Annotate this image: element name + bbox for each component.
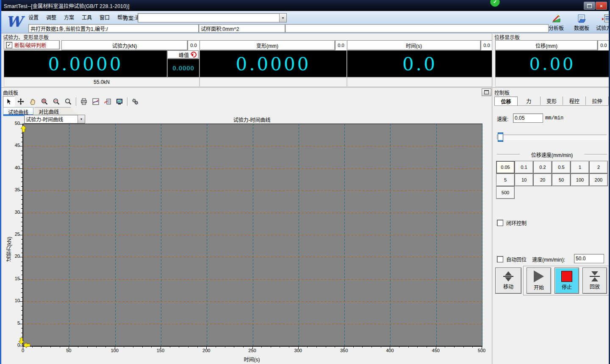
return-speed-label: 速度(mm/min): [532, 256, 565, 263]
playback-icon [590, 271, 600, 281]
fracture-check-row[interactable]: ✓ 断裂/破碎判断 [4, 40, 60, 50]
y-axis-label: 试验力(kN) [6, 211, 13, 262]
hand-icon [29, 98, 36, 105]
curve-toolbar [3, 96, 141, 107]
speed-slider-track[interactable] [497, 135, 607, 140]
return-speed-input[interactable] [574, 254, 604, 263]
speed-option[interactable]: 0.5 [552, 161, 571, 174]
peak-row: 峰值 [167, 50, 199, 59]
chart-title: 试验力-时间曲线 [22, 116, 481, 123]
curve-settings-button[interactable] [90, 96, 102, 107]
hand-pan-button[interactable] [27, 96, 39, 107]
zoom-box-button[interactable] [39, 96, 50, 107]
speed-option[interactable]: 0.1 [515, 161, 533, 174]
fracture-checkbox[interactable]: ✓ [6, 42, 12, 48]
deform-corner-value: 0.0 [335, 40, 347, 50]
select-cursor-button[interactable] [3, 96, 15, 107]
test-method-button[interactable]: 试验方法 [593, 14, 610, 31]
curves-page-icon [104, 98, 111, 105]
force-header: 试验力(kN) [61, 40, 188, 50]
menu-window[interactable]: 窗口 [97, 13, 112, 22]
closed-loop-row[interactable]: 闭环控制 [497, 219, 527, 226]
move-button[interactable]: 移动 [495, 267, 521, 294]
displacement-header: 位移(mm) [495, 40, 598, 50]
maximize-curve-panel-button[interactable] [482, 88, 491, 96]
zoom-reset-button[interactable] [62, 96, 74, 107]
curve-panel-title: 曲线板 [3, 89, 18, 96]
tab-tension[interactable]: 拉伸 [586, 97, 609, 105]
speed-option[interactable]: 0.2 [533, 161, 552, 174]
plot-area[interactable] [22, 124, 482, 347]
status-data-info: 共打开数据1条,当前位置为1,编号:/ [28, 24, 199, 33]
printer-icon [80, 98, 87, 105]
chevron-down-icon[interactable]: ▼ [279, 14, 286, 22]
menu-tools[interactable]: 工具 [79, 13, 94, 22]
data-board-button[interactable]: 数据板 [570, 14, 593, 31]
playback-button[interactable]: 回放 [582, 267, 607, 294]
closed-loop-checkbox[interactable] [497, 220, 503, 226]
auto-return-checkbox[interactable] [497, 256, 503, 262]
speed-option[interactable]: 0.05 [496, 161, 515, 174]
close-window-button[interactable]: × [596, 2, 607, 10]
auto-return-row[interactable]: 自动回位 速度(mm/min): [497, 256, 565, 263]
speed-option[interactable]: 10 [515, 174, 533, 186]
print-button[interactable] [78, 96, 90, 107]
speed-option[interactable]: 100 [571, 174, 589, 186]
analysis-icon [552, 14, 561, 23]
speed-label: 速度: [497, 115, 508, 122]
tab-compare-curve[interactable]: 对比曲线 [34, 107, 78, 115]
auto-return-label: 自动回位 [506, 256, 527, 263]
curve-export-button[interactable] [102, 96, 114, 107]
speed-option[interactable]: 5 [496, 174, 515, 186]
stop-label: 停止 [562, 283, 572, 290]
speed-option[interactable]: 20 [533, 174, 552, 186]
restore-icon [587, 4, 592, 8]
deform-value: 0.0000 [236, 54, 311, 74]
speed-slider-thumb[interactable] [498, 132, 503, 142]
zoom-curve-button[interactable] [50, 96, 62, 107]
control-tabs: 位移 力 变形 程控 拉伸 [494, 97, 609, 106]
run-button-group: 开始 停止 回放 [523, 266, 610, 295]
magnifier-icon [65, 98, 72, 105]
peak-label: 峰值 [179, 51, 189, 58]
curve-chart-icon [92, 98, 99, 105]
speed-option[interactable]: 1 [571, 161, 589, 174]
window-title: SmartTest--[金属材料室温拉伸试验(GB/T 228.1-2010)] [4, 2, 130, 9]
tab-deformation[interactable]: 变形 [541, 97, 563, 105]
deform-header: 变形(mm) [200, 40, 335, 50]
speed-option[interactable]: 500 [496, 186, 515, 199]
tab-displacement[interactable]: 位移 [494, 97, 518, 105]
data-board-icon [577, 14, 586, 23]
restore-window-button[interactable] [584, 2, 595, 10]
speed-options-grid: 0.050.10.20.5125102050100200500 [496, 161, 608, 199]
menu-scheme[interactable]: 方案 [61, 13, 77, 22]
time-header: 时间(s) [347, 40, 481, 50]
toolbar-separator [127, 97, 128, 106]
refresh-peak-icon[interactable] [189, 50, 198, 59]
menu-settings[interactable]: 设置 [26, 13, 41, 22]
stop-button[interactable]: 停止 [555, 267, 579, 294]
control-panel: 控制板 位移 力 变形 程控 拉伸 速度: mm/min 位移速度(mm/min… [494, 88, 610, 363]
scheme-combobox[interactable]: ▼ [138, 13, 287, 22]
gears-icon [132, 98, 139, 105]
tab-program[interactable]: 程控 [563, 97, 586, 105]
start-button[interactable]: 开始 [527, 267, 551, 294]
tab-force[interactable]: 力 [518, 97, 541, 105]
axis-arrow-up-icon [21, 125, 26, 132]
scheme-input[interactable] [139, 14, 279, 22]
analysis-board-button[interactable]: 分析板 [544, 14, 568, 31]
menu-adjust[interactable]: 调整 [44, 13, 59, 22]
peak-value: 0.0000 [172, 65, 194, 72]
deform-range-strip [200, 77, 347, 87]
pan-cross-button[interactable] [15, 96, 27, 107]
time-corner-value: 0.0 [481, 40, 493, 50]
test-method-icon [602, 14, 610, 23]
options-gears-button[interactable] [129, 96, 141, 107]
divider [492, 33, 493, 364]
speed-option[interactable]: 50 [552, 174, 571, 186]
speed-option[interactable]: 200 [589, 174, 608, 186]
control-panel-title: 控制板 [494, 89, 510, 96]
speed-input[interactable] [513, 113, 543, 123]
speed-option[interactable]: 2 [589, 161, 608, 174]
display-window-button[interactable] [114, 96, 125, 107]
